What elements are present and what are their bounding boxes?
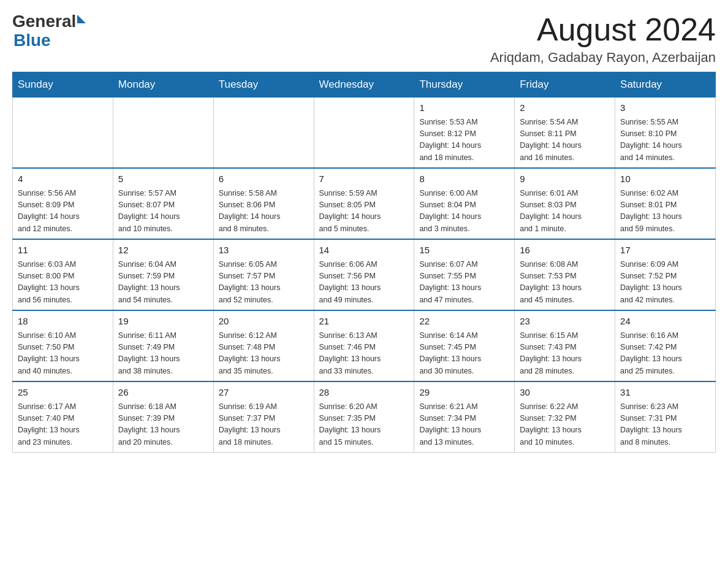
calendar-header-thursday: Thursday [414,72,515,98]
day-info: Sunrise: 6:22 AM Sunset: 7:32 PM Dayligh… [520,401,610,449]
day-info: Sunrise: 6:06 AM Sunset: 7:56 PM Dayligh… [319,259,409,307]
calendar-day-cell: 9Sunrise: 6:01 AM Sunset: 8:03 PM Daylig… [515,168,615,239]
day-number: 2 [520,101,610,115]
location-subtitle: Ariqdam, Gadabay Rayon, Azerbaijan [490,50,716,66]
calendar-day-cell: 11Sunrise: 6:03 AM Sunset: 8:00 PM Dayli… [13,239,113,310]
calendar-day-cell: 17Sunrise: 6:09 AM Sunset: 7:52 PM Dayli… [615,239,716,310]
day-info: Sunrise: 6:03 AM Sunset: 8:00 PM Dayligh… [18,259,108,307]
calendar-day-cell: 13Sunrise: 6:05 AM Sunset: 7:57 PM Dayli… [213,239,314,310]
calendar-day-cell: 22Sunrise: 6:14 AM Sunset: 7:45 PM Dayli… [414,310,515,381]
day-number: 1 [419,101,509,115]
day-info: Sunrise: 6:10 AM Sunset: 7:50 PM Dayligh… [18,330,108,378]
calendar-header-sunday: Sunday [13,72,113,98]
calendar-day-cell: 10Sunrise: 6:02 AM Sunset: 8:01 PM Dayli… [615,168,716,239]
logo-general: General [12,12,76,31]
calendar-day-cell: 1Sunrise: 5:53 AM Sunset: 8:12 PM Daylig… [414,98,515,169]
day-number: 13 [219,243,309,258]
day-info: Sunrise: 5:56 AM Sunset: 8:09 PM Dayligh… [18,188,108,236]
calendar-header-monday: Monday [113,72,213,98]
calendar-header-saturday: Saturday [615,72,716,98]
calendar-day-cell: 2Sunrise: 5:54 AM Sunset: 8:11 PM Daylig… [515,98,615,169]
day-number: 15 [419,243,509,258]
calendar-day-cell [213,98,314,169]
calendar-day-cell: 16Sunrise: 6:08 AM Sunset: 7:53 PM Dayli… [515,239,615,310]
calendar-day-cell: 26Sunrise: 6:18 AM Sunset: 7:39 PM Dayli… [113,381,213,453]
calendar-day-cell: 30Sunrise: 6:22 AM Sunset: 7:32 PM Dayli… [515,381,615,453]
calendar-day-cell: 6Sunrise: 5:58 AM Sunset: 8:06 PM Daylig… [213,168,314,239]
day-info: Sunrise: 6:07 AM Sunset: 7:55 PM Dayligh… [419,259,509,307]
calendar-week-row: 11Sunrise: 6:03 AM Sunset: 8:00 PM Dayli… [13,239,716,310]
day-info: Sunrise: 6:21 AM Sunset: 7:34 PM Dayligh… [419,401,509,449]
calendar-day-cell: 3Sunrise: 5:55 AM Sunset: 8:10 PM Daylig… [615,98,716,169]
calendar-day-cell: 24Sunrise: 6:16 AM Sunset: 7:42 PM Dayli… [615,310,716,381]
day-info: Sunrise: 5:53 AM Sunset: 8:12 PM Dayligh… [419,117,509,164]
day-info: Sunrise: 6:01 AM Sunset: 8:03 PM Dayligh… [520,188,610,236]
day-number: 3 [620,101,710,115]
day-number: 12 [118,243,208,258]
logo: General Blue [12,12,86,50]
calendar-day-cell: 18Sunrise: 6:10 AM Sunset: 7:50 PM Dayli… [13,310,113,381]
calendar-day-cell: 21Sunrise: 6:13 AM Sunset: 7:46 PM Dayli… [314,310,414,381]
day-number: 23 [520,315,610,329]
day-number: 10 [620,172,710,186]
calendar-day-cell: 25Sunrise: 6:17 AM Sunset: 7:40 PM Dayli… [13,381,113,453]
day-info: Sunrise: 6:09 AM Sunset: 7:52 PM Dayligh… [620,259,710,307]
calendar-day-cell: 28Sunrise: 6:20 AM Sunset: 7:35 PM Dayli… [314,381,414,453]
day-number: 26 [118,386,208,400]
day-info: Sunrise: 6:05 AM Sunset: 7:57 PM Dayligh… [219,259,309,307]
day-number: 17 [620,243,710,258]
calendar-header-friday: Friday [515,72,615,98]
calendar-table: SundayMondayTuesdayWednesdayThursdayFrid… [12,72,716,453]
calendar-day-cell: 29Sunrise: 6:21 AM Sunset: 7:34 PM Dayli… [414,381,515,453]
day-number: 21 [319,315,409,329]
day-number: 6 [219,172,309,186]
calendar-day-cell: 27Sunrise: 6:19 AM Sunset: 7:37 PM Dayli… [213,381,314,453]
calendar-day-cell: 31Sunrise: 6:23 AM Sunset: 7:31 PM Dayli… [615,381,716,453]
day-info: Sunrise: 6:15 AM Sunset: 7:43 PM Dayligh… [520,330,610,378]
calendar-day-cell [113,98,213,169]
day-info: Sunrise: 6:13 AM Sunset: 7:46 PM Dayligh… [319,330,409,378]
day-number: 30 [520,386,610,400]
calendar-day-cell: 8Sunrise: 6:00 AM Sunset: 8:04 PM Daylig… [414,168,515,239]
day-number: 31 [620,386,710,400]
day-number: 22 [419,315,509,329]
day-info: Sunrise: 6:04 AM Sunset: 7:59 PM Dayligh… [118,259,208,307]
calendar-day-cell [13,98,113,169]
day-number: 24 [620,315,710,329]
day-info: Sunrise: 5:57 AM Sunset: 8:07 PM Dayligh… [118,188,208,236]
day-info: Sunrise: 6:02 AM Sunset: 8:01 PM Dayligh… [620,188,710,236]
calendar-week-row: 4Sunrise: 5:56 AM Sunset: 8:09 PM Daylig… [13,168,716,239]
calendar-day-cell: 19Sunrise: 6:11 AM Sunset: 7:49 PM Dayli… [113,310,213,381]
calendar-day-cell: 12Sunrise: 6:04 AM Sunset: 7:59 PM Dayli… [113,239,213,310]
day-number: 5 [118,172,208,186]
day-number: 9 [520,172,610,186]
day-number: 16 [520,243,610,258]
day-number: 7 [319,172,409,186]
calendar-week-row: 25Sunrise: 6:17 AM Sunset: 7:40 PM Dayli… [13,381,716,453]
day-info: Sunrise: 6:20 AM Sunset: 7:35 PM Dayligh… [319,401,409,449]
calendar-day-cell: 15Sunrise: 6:07 AM Sunset: 7:55 PM Dayli… [414,239,515,310]
day-info: Sunrise: 6:17 AM Sunset: 7:40 PM Dayligh… [18,401,108,449]
day-info: Sunrise: 6:16 AM Sunset: 7:42 PM Dayligh… [620,330,710,378]
month-year-title: August 2024 [490,12,716,47]
calendar-day-cell: 20Sunrise: 6:12 AM Sunset: 7:48 PM Dayli… [213,310,314,381]
day-info: Sunrise: 6:23 AM Sunset: 7:31 PM Dayligh… [620,401,710,449]
calendar-day-cell: 4Sunrise: 5:56 AM Sunset: 8:09 PM Daylig… [13,168,113,239]
day-number: 4 [18,172,108,186]
day-number: 19 [118,315,208,329]
day-info: Sunrise: 6:14 AM Sunset: 7:45 PM Dayligh… [419,330,509,378]
logo-blue: Blue [13,31,51,50]
day-number: 27 [219,386,309,400]
day-number: 14 [319,243,409,258]
day-info: Sunrise: 6:18 AM Sunset: 7:39 PM Dayligh… [118,401,208,449]
calendar-header-wednesday: Wednesday [314,72,414,98]
day-number: 29 [419,386,509,400]
calendar-day-cell [314,98,414,169]
calendar-day-cell: 23Sunrise: 6:15 AM Sunset: 7:43 PM Dayli… [515,310,615,381]
day-info: Sunrise: 5:59 AM Sunset: 8:05 PM Dayligh… [319,188,409,236]
day-info: Sunrise: 6:08 AM Sunset: 7:53 PM Dayligh… [520,259,610,307]
day-number: 28 [319,386,409,400]
day-info: Sunrise: 6:19 AM Sunset: 7:37 PM Dayligh… [219,401,309,449]
day-number: 11 [18,243,108,258]
day-number: 20 [219,315,309,329]
